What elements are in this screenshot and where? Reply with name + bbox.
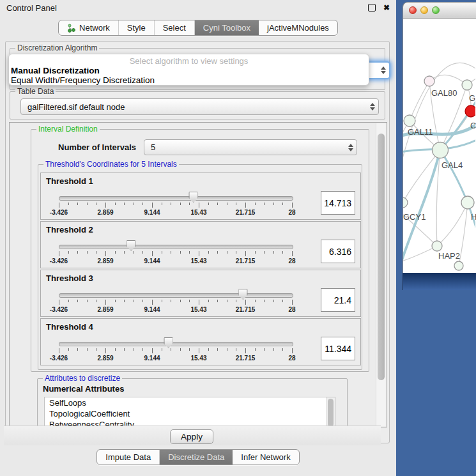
tick-label: 28 (288, 257, 295, 265)
tick-label: 21.715 (236, 257, 256, 265)
tab-network[interactable]: Network (59, 20, 119, 35)
tab-style[interactable]: Style (119, 20, 155, 35)
list-scrollbar[interactable] (326, 397, 335, 427)
slider-handle[interactable] (164, 337, 173, 348)
tick-label: -3.426 (50, 306, 68, 313)
tab-label: Impute Data (105, 452, 151, 462)
control-panel-tabbar: Network Style Select Cyni Toolbox jActiv… (0, 20, 396, 36)
tick-label: 28 (288, 209, 295, 216)
settings-scroll-area: Interval Definition Number of Intervals … (9, 122, 387, 427)
algorithm-dropdown-popup: Select algorithm to view settings Manual… (8, 54, 369, 86)
slider-track[interactable] (59, 245, 293, 249)
network-view-canvas[interactable]: GAL80GCGAL11GAL4GCY1HHAP2 (403, 19, 476, 273)
tick-label: -3.426 (50, 209, 68, 216)
cyni-toolbox-panel: Discretization Algorithm Table Data galF… (5, 41, 390, 443)
threshold-value-field[interactable]: 14.713 (321, 191, 355, 215)
tick-label: 9.144 (144, 355, 160, 362)
tick-label: 2.859 (97, 209, 113, 216)
network-graph (403, 19, 475, 273)
tab-label: Style (127, 23, 146, 33)
tick-label: 21.715 (236, 306, 256, 313)
tab-label: Select (163, 23, 186, 33)
slider-ticks (59, 300, 292, 305)
tab-infer-network[interactable]: Infer Network (233, 450, 298, 464)
tab-label: jActiveMNodules (267, 23, 329, 33)
threshold-value-field[interactable]: 11.344 (321, 337, 355, 360)
threshold-value-field[interactable]: 6.316 (321, 240, 355, 263)
threshold-slider[interactable]: -3.4262.8599.14415.4321.71528 (59, 270, 292, 318)
slider-track[interactable] (59, 342, 293, 346)
apply-button[interactable]: Apply (170, 429, 213, 444)
node-label: C (470, 121, 476, 130)
slider-tick-labels: -3.4262.8599.14415.4321.71528 (59, 306, 292, 314)
tab-impute-data[interactable]: Impute Data (97, 450, 160, 464)
thresholds-group: Threshold's Coordinates for 5 Intervals … (38, 164, 362, 370)
node-label: GCY1 (403, 212, 426, 222)
minimize-traffic-light-icon[interactable] (420, 6, 428, 14)
tick-label: 15.43 (190, 306, 206, 313)
group-title: Interval Definition (36, 125, 100, 134)
slider-handle[interactable] (238, 289, 248, 300)
attributes-group: Attributes to discretize Numerical Attri… (37, 378, 348, 427)
settings-scrollbar[interactable] (376, 123, 386, 426)
numerical-attributes-label: Numerical Attributes (43, 384, 124, 394)
zoom-traffic-light-icon[interactable] (432, 6, 440, 14)
tick-label: 15.43 (190, 257, 206, 265)
slider-tick-labels: -3.4262.8599.14415.4321.71528 (59, 209, 292, 217)
combo-arrows-icon (378, 66, 389, 74)
dropdown-hint-option[interactable]: Select algorithm to view settings (9, 56, 369, 66)
tick-label: 2.859 (97, 355, 113, 362)
dropdown-option-manual-discretization[interactable]: Manual Discretization (9, 66, 369, 75)
tick-label: 9.144 (144, 209, 160, 216)
control-panel-titlebar: Control Panel ✖ (0, 0, 396, 15)
network-window-bottom-frame (403, 273, 476, 290)
tick-label: 2.859 (97, 306, 113, 313)
numerical-attributes-list[interactable]: SelfLoopsTopologicalCoefficientBetweenne… (44, 397, 335, 427)
slider-ticks (59, 251, 292, 257)
tick-label: 15.43 (190, 209, 206, 216)
node-label: G (469, 93, 475, 103)
float-window-icon[interactable] (368, 4, 376, 12)
tick-label: -3.426 (50, 355, 68, 362)
table-data-combobox[interactable]: galFiltered.sif default node (20, 98, 379, 115)
combo-arrows-icon (367, 103, 378, 111)
node-label: GAL11 (408, 127, 433, 137)
tab-select[interactable]: Select (155, 20, 195, 35)
close-icon[interactable]: ✖ (383, 4, 390, 12)
threshold-value-field[interactable]: 21.4 (321, 288, 355, 312)
tab-cyni-toolbox[interactable]: Cyni Toolbox (195, 20, 259, 35)
slider-tick-labels: -3.4262.8599.14415.4321.71528 (59, 355, 292, 362)
attribute-item[interactable]: TopologicalCoefficient (45, 408, 335, 419)
network-icon (67, 24, 76, 33)
tab-jactivemnodules[interactable]: jActiveMNodules (259, 20, 337, 35)
slider-ticks (59, 203, 292, 208)
slider-handle[interactable] (127, 240, 136, 251)
threshold-2-row: Threshold 2 -3.4262.8599.14415.4321.7152… (40, 221, 361, 268)
cytoscape-desktop: GAL80GCGAL11GAL4GCY1HHAP2 Table Panel ⚙ … (396, 0, 476, 476)
number-of-intervals-combobox[interactable]: 5 (144, 139, 357, 155)
attribute-item[interactable]: SelfLoops (45, 397, 335, 408)
slider-track[interactable] (59, 293, 293, 298)
node-label: H (471, 212, 476, 222)
slider-track[interactable] (59, 196, 293, 201)
threshold-4-row: Threshold 4 -3.4262.8599.14415.4321.7152… (40, 318, 361, 365)
number-of-intervals-value: 5 (144, 142, 345, 152)
node-label: HAP2 (438, 251, 460, 261)
group-title: Discretization Algorithm (15, 43, 99, 52)
slider-handle[interactable] (188, 192, 198, 203)
tab-discretize-data[interactable]: Discretize Data (160, 450, 233, 464)
tab-label: Cyni Toolbox (203, 23, 250, 33)
network-window[interactable]: GAL80GCGAL11GAL4GCY1HHAP2 (403, 2, 476, 291)
tick-label: 21.715 (236, 209, 256, 216)
network-window-titlebar[interactable] (403, 2, 476, 19)
threshold-slider[interactable]: -3.4262.8599.14415.4321.71528 (59, 173, 292, 220)
node-label: GAL4 (441, 160, 463, 170)
scrollbar-thumb[interactable] (378, 134, 385, 380)
tick-label: 9.144 (144, 306, 160, 313)
close-traffic-light-icon[interactable] (409, 6, 417, 14)
group-title: Table Data (15, 87, 56, 96)
threshold-slider[interactable]: -3.4262.8599.14415.4321.71528 (59, 319, 292, 366)
dropdown-option-equal-width-frequency[interactable]: Equal Width/Frequency Discretization (9, 75, 369, 85)
threshold-slider[interactable]: -3.4262.8599.14415.4321.71528 (59, 222, 292, 269)
panel-title: Control Panel (6, 3, 57, 13)
